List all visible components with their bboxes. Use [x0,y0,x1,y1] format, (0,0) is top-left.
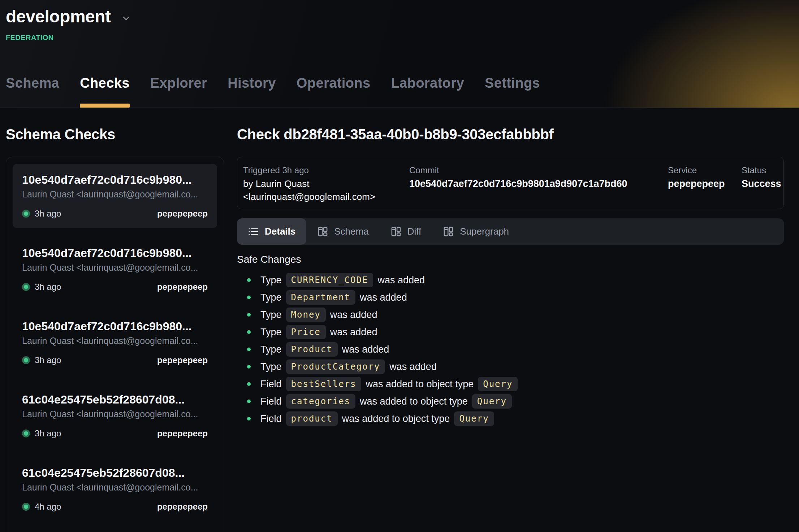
change-kind: Field [260,413,282,424]
check-list-item[interactable]: 10e540d7aef72c0d716c9b980... Laurin Quas… [13,310,217,375]
check-time: 3h ago [35,282,61,292]
change-kind: Type [260,309,282,320]
check-service: pepepepeep [157,355,208,365]
change-name-badge: Money [286,308,326,322]
change-target-badge: Query [454,411,494,426]
chevron-down-icon [121,13,131,23]
check-service: pepepepeep [157,209,208,219]
bullet-icon [247,278,251,282]
tab-settings[interactable]: Settings [485,75,540,108]
triggered-email: <laurinquast@googlemail.com> [243,190,409,203]
success-dot-icon [22,429,30,437]
view-tab-details[interactable]: Details [237,218,306,245]
change-row: Type Price was added [237,323,784,341]
meta-commit: Commit 10e540d7aef72c0d716c9b9801a9d907c… [409,165,668,203]
check-hash: 10e540d7aef72c0d716c9b980... [22,173,208,187]
check-list: 10e540d7aef72c0d716c9b980... Laurin Quas… [6,157,224,532]
view-tab-supergraph[interactable]: Supergraph [432,218,520,245]
change-text: was added [330,327,377,338]
project-switcher[interactable]: development [6,6,799,26]
check-author: Laurin Quast <laurinquast@googlemail.co.… [22,335,208,346]
change-name-badge: ProductCategory [286,359,385,374]
change-kind: Type [260,275,282,286]
view-tab-label: Details [265,226,295,237]
tab-checks[interactable]: Checks [80,75,130,108]
check-list-item[interactable]: 61c04e25475eb52f28607d08... Laurin Quast… [13,384,217,448]
change-row: Type Money was added [237,306,784,323]
bullet-icon [247,400,251,403]
check-hash: 10e540d7aef72c0d716c9b980... [22,246,208,260]
change-name-badge: Product [286,342,338,357]
check-service: pepepepeep [157,282,208,292]
view-tab-diff[interactable]: Diff [380,218,432,245]
bullet-icon [247,348,251,351]
check-author: Laurin Quast <laurinquast@googlemail.co.… [22,188,208,200]
bullet-icon [247,417,251,420]
change-target-badge: Query [478,377,518,391]
check-author: Laurin Quast <laurinquast@googlemail.co.… [22,481,208,493]
success-dot-icon [22,356,30,364]
change-name-badge: CURRENCY_CODE [286,273,373,287]
change-kind: Type [260,344,282,355]
tab-operations[interactable]: Operations [297,75,371,108]
check-author: Laurin Quast <laurinquast@googlemail.co.… [22,408,208,420]
view-tab-schema[interactable]: Schema [306,218,379,245]
change-text: was added [330,309,377,320]
columns-icon [443,226,454,237]
change-text: was added to object type [342,413,450,424]
tab-schema[interactable]: Schema [6,75,59,108]
success-dot-icon [22,283,30,291]
meta-status: Status Success [742,165,781,203]
change-name-badge: Department [286,290,356,305]
view-tab-label: Schema [334,226,368,237]
service-label: Service [668,165,742,176]
change-kind: Field [260,379,282,390]
check-time: 3h ago [35,428,61,439]
meta-service: Service pepepepeep [668,165,742,203]
commit-hash: 10e540d7aef72c0d716c9b9801a9d907c1a7bd60 [409,177,668,190]
change-text: was added to object type [366,379,474,390]
main-content: Schema Checks 10e540d7aef72c0d716c9b980.… [0,108,799,532]
tab-history[interactable]: History [228,75,276,108]
safe-changes-list: Type CURRENCY_CODE was added Type Depart… [237,271,784,427]
change-name-badge: bestSellers [286,377,362,391]
change-row: Type CURRENCY_CODE was added [237,271,784,289]
bullet-icon [247,382,251,386]
schema-checks-sidebar: Schema Checks 10e540d7aef72c0d716c9b980.… [6,126,224,532]
tab-explorer[interactable]: Explorer [150,75,207,108]
change-kind: Type [260,361,282,372]
change-text: was added [389,361,437,372]
columns-icon [317,226,328,237]
status-label: Status [742,165,781,176]
meta-triggered: Triggered 3h ago by Laurin Quast <laurin… [243,165,409,203]
check-meta-box: Triggered 3h ago by Laurin Quast <laurin… [237,157,784,209]
change-row: Type Department was added [237,289,784,306]
check-list-item[interactable]: 61c04e25475eb52f28607d08... Laurin Quast… [13,457,217,521]
triggered-by: by Laurin Quast [243,177,409,190]
project-tabs: Schema Checks Explorer History Operation… [6,75,540,108]
check-detail-panel: Check db28f481-35aa-40b0-b8b9-303ecfabbb… [237,126,784,532]
change-text: was added [360,292,407,303]
change-row: Field categories was added to object typ… [237,393,784,410]
check-service: pepepepeep [157,502,208,512]
check-view-tabs: Details Schema Diff [237,218,784,245]
change-row: Type Product was added [237,341,784,358]
change-name-badge: product [286,411,338,426]
check-list-item[interactable]: 10e540d7aef72c0d716c9b980... Laurin Quas… [13,164,217,228]
columns-icon [390,226,402,237]
project-name: development [6,6,111,26]
check-service: pepepepeep [157,428,208,439]
project-header: development FEDERATION Schema Checks Exp… [0,0,799,108]
check-list-item[interactable]: 10e540d7aef72c0d716c9b980... Laurin Quas… [13,237,217,301]
check-title: Check db28f481-35aa-40b0-b8b9-303ecfabbb… [237,126,784,143]
project-type-badge: FEDERATION [6,34,799,42]
tab-laboratory[interactable]: Laboratory [391,75,464,108]
list-icon [248,226,259,237]
change-kind: Field [260,396,282,407]
change-text: was added [342,344,389,355]
check-time: 3h ago [35,209,61,219]
bullet-icon [247,296,251,299]
view-tab-label: Diff [407,226,422,237]
change-text: was added to object type [360,396,468,407]
check-hash: 61c04e25475eb52f28607d08... [22,392,208,407]
